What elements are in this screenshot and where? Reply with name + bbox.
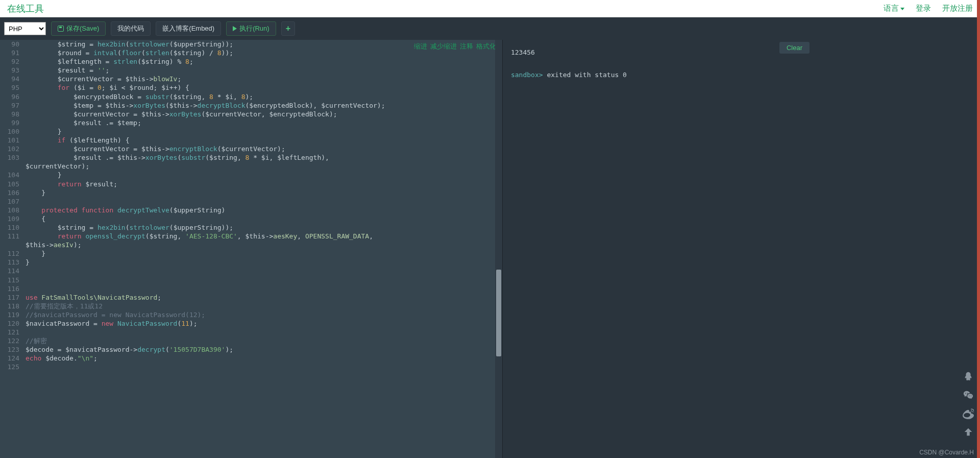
login-link[interactable]: 登录 [916, 4, 931, 13]
mycode-button[interactable]: 我的代码 [111, 21, 151, 36]
clear-button[interactable]: Clear [779, 42, 810, 54]
language-menu[interactable]: 语言 [884, 4, 904, 13]
toolbar: PHP 保存(Save) 我的代码 嵌入博客(Embed) 执行(Run) + [0, 17, 980, 40]
embed-label: 嵌入博客(Embed) [162, 24, 214, 33]
wechat-icon[interactable] [963, 390, 974, 401]
plus-icon: + [286, 25, 290, 33]
code-area[interactable]: $string = hex2bin(strtolower($upperStrin… [22, 40, 502, 458]
main-split: 9091929394959697989910010110210310410510… [0, 40, 980, 458]
float-widgets [963, 371, 974, 438]
save-icon [58, 26, 64, 32]
top-links: 语言 登录 开放注册 [884, 4, 973, 13]
mycode-label: 我的代码 [117, 24, 144, 33]
embed-button[interactable]: 嵌入博客(Embed) [156, 21, 221, 36]
top-bar: 在线工具 语言 登录 开放注册 [0, 0, 980, 17]
editor-pane: 9091929394959697989910010110210310410510… [0, 40, 503, 458]
play-icon [233, 26, 237, 31]
chevron-down-icon [900, 8, 904, 10]
save-button[interactable]: 保存(Save) [51, 21, 106, 36]
save-label: 保存(Save) [66, 24, 99, 33]
run-button[interactable]: 执行(Run) [226, 21, 276, 36]
comment-action[interactable]: 注释 [460, 42, 473, 51]
scroll-thumb[interactable] [496, 270, 501, 356]
outer-scroll-indicator [977, 0, 980, 458]
editor-overlay: 缩进 减少缩进 注释 格式化 [414, 42, 496, 51]
output-pane: Clear 123456 sandbox> exited with status… [503, 40, 980, 458]
qq-icon[interactable] [963, 371, 974, 382]
back-to-top-icon[interactable] [963, 426, 974, 438]
language-select[interactable]: PHP [4, 22, 46, 35]
editor-scrollbar[interactable] [495, 40, 502, 458]
line-gutter: 9091929394959697989910010110210310410510… [0, 40, 22, 458]
indent-action[interactable]: 缩进 [414, 42, 427, 51]
run-label: 执行(Run) [239, 24, 270, 33]
format-action[interactable]: 格式化 [476, 42, 496, 51]
output-body: 123456 sandbox> exited with status 0 [503, 40, 980, 88]
outdent-action[interactable]: 减少缩进 [430, 42, 457, 51]
register-link[interactable]: 开放注册 [942, 4, 973, 13]
add-button[interactable]: + [281, 21, 295, 36]
weibo-icon[interactable] [963, 408, 974, 419]
brand-title: 在线工具 [7, 3, 44, 15]
language-label: 语言 [884, 4, 899, 13]
